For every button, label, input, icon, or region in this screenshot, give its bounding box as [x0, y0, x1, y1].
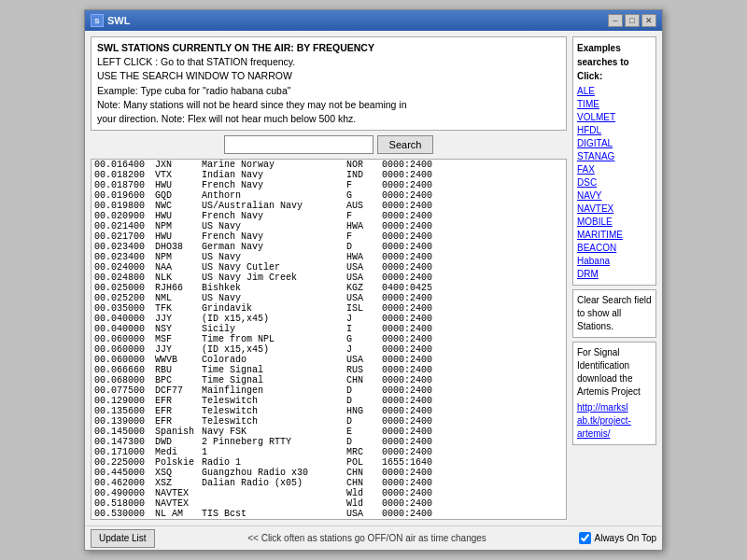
right-panel: Examples searches to Click: ALETIMEVOLME…: [572, 36, 656, 520]
station-row[interactable]: 00.018700HWUFrench NavyF0000:2400: [92, 180, 566, 190]
station-row[interactable]: 00.147300DWD2 Pinneberg RTTYD0000:2400: [92, 437, 566, 447]
example-item[interactable]: HFDL: [577, 124, 652, 137]
footer: Update List << Click often as stations g…: [85, 525, 662, 550]
examples-title: Examples searches to Click:: [577, 41, 652, 83]
example-item[interactable]: Habana: [577, 255, 652, 268]
info-box: SWL STATIONS CURRENTLY ON THE AIR: BY FR…: [91, 36, 567, 131]
example-item[interactable]: ALE: [577, 85, 652, 98]
close-button[interactable]: ✕: [641, 14, 656, 27]
info-line5: Note: Many stations will not be heard si…: [97, 98, 560, 112]
maximize-button[interactable]: □: [625, 14, 640, 27]
always-on-top-label: Always On Top: [594, 533, 656, 543]
station-row[interactable]: 00.019800NWCUS/Australian NavyAUS0000:24…: [92, 201, 566, 211]
station-row[interactable]: 00.016400JXNMarine NorwayNOR0000:2400: [92, 160, 566, 170]
station-row[interactable]: 00.040000NSYSicilyI0000:2400: [92, 324, 566, 334]
footer-message: << Click often as stations go OFF/ON air…: [155, 533, 580, 543]
station-row[interactable]: 00.025000RJH66BishkekKGZ0400:0425: [92, 283, 566, 293]
always-on-top: Always On Top: [579, 532, 656, 544]
station-row[interactable]: 00.024800NLKUS Navy Jim CreekUSA0000:240…: [92, 273, 566, 283]
station-row[interactable]: 00.023400NPMUS NavyHWA0000:2400: [92, 252, 566, 262]
minimize-button[interactable]: –: [608, 14, 623, 27]
station-row[interactable]: 00.066660RBUTime SignalRUS0000:2400: [92, 365, 566, 375]
example-item[interactable]: NAVY: [577, 189, 652, 203]
search-button[interactable]: Search: [377, 135, 434, 154]
station-list[interactable]: 00.016400JXNMarine NorwayNOR0000:240000.…: [92, 160, 566, 519]
info-line1: SWL STATIONS CURRENTLY ON THE AIR: BY FR…: [97, 41, 560, 55]
station-row[interactable]: 00.445000XSQGuangzhou Radio x30CHN0000:2…: [92, 468, 566, 478]
station-row[interactable]: 00.462000XSZDalian Radio (x05)CHN0000:24…: [92, 478, 566, 488]
station-row[interactable]: 00.518000NAVTEXWld0000:2400: [92, 498, 566, 509]
example-item[interactable]: NAVTEX: [577, 203, 652, 216]
main-window: S SWL – □ ✕ SWL STATIONS CURRENTLY ON TH…: [84, 9, 663, 551]
artemis-link[interactable]: http://marksl ab.tk/project-artemis/: [577, 402, 631, 439]
example-item[interactable]: VOLMET: [577, 111, 652, 124]
example-item[interactable]: TIME: [577, 98, 652, 111]
station-row[interactable]: 00.490000NAVTEXWld0000:2400: [92, 488, 566, 498]
station-row[interactable]: 00.139000EFRTeleswitchD0000:2400: [92, 416, 566, 427]
search-input[interactable]: [224, 135, 374, 154]
station-row[interactable]: 00.077500DCF77MainflingenD0000:2400: [92, 385, 566, 396]
station-row[interactable]: 00.060000MSFTime from NPLG0000:2400: [92, 334, 566, 344]
station-row[interactable]: 00.171000Medi1MRC0000:2400: [92, 447, 566, 457]
example-item[interactable]: DRM: [577, 268, 652, 281]
station-row[interactable]: 00.225000PolskieRadio 1POL1655:1640: [92, 457, 566, 468]
station-row[interactable]: 00.019600GQDAnthornG0000:2400: [92, 190, 566, 201]
artemis-box: For Signal Identification download the A…: [572, 342, 656, 445]
station-row[interactable]: 00.020900HWUFrench NavyF0000:2400: [92, 211, 566, 221]
station-row[interactable]: 00.021700HWUFrench NavyF0000:2400: [92, 231, 566, 242]
station-row[interactable]: 00.145000SpanishNavy FSKE0000:2400: [92, 427, 566, 437]
example-item[interactable]: MOBILE: [577, 216, 652, 229]
station-row[interactable]: 00.060000WWVBColoradoUSA0000:2400: [92, 355, 566, 365]
info-line3: USE THE SEARCH WINDOW TO NARROW: [97, 69, 560, 83]
info-line4: Example: Type cuba for "radio habana cub…: [97, 84, 560, 98]
station-row[interactable]: 00.025200NMLUS NavyUSA0000:2400: [92, 293, 566, 303]
station-row[interactable]: 00.023400DHO38German NavyD0000:2400: [92, 242, 566, 252]
station-row[interactable]: 00.060000JJY(ID x15,x45)J0000:2400: [92, 344, 566, 355]
title-buttons: – □ ✕: [608, 14, 656, 27]
station-row[interactable]: 00.018200VTXIndian NavyIND0000:2400: [92, 170, 566, 180]
title-bar-left: S SWL: [91, 14, 130, 27]
example-item[interactable]: DSC: [577, 176, 652, 189]
artemis-title: For Signal Identification download the A…: [577, 346, 652, 399]
example-item[interactable]: DIGITAL: [577, 137, 652, 150]
station-row[interactable]: 00.035000TFKGrindavikISL0000:2400: [92, 303, 566, 314]
station-row[interactable]: 00.021400NPMUS NavyHWA0000:2400: [92, 221, 566, 231]
station-row[interactable]: 00.135600EFRTeleswitchHNG0000:2400: [92, 406, 566, 416]
info-line2: LEFT CLICK : Go to that STATION frequenc…: [97, 55, 560, 69]
title-bar: S SWL – □ ✕: [85, 10, 662, 31]
app-icon: S: [91, 14, 104, 27]
station-row[interactable]: 00.024000NAAUS Navy CutlerUSA0000:2400: [92, 262, 566, 273]
window-title: SWL: [107, 15, 130, 26]
station-row[interactable]: 00.040000JJY(ID x15,x45)J0000:2400: [92, 314, 566, 324]
example-item[interactable]: STANAG: [577, 150, 652, 163]
content-area: SWL STATIONS CURRENTLY ON THE AIR: BY FR…: [85, 31, 662, 525]
station-row[interactable]: 00.129000EFRTeleswitchD0000:2400: [92, 396, 566, 406]
info-line6: your direction. Note: Flex will not hear…: [97, 112, 560, 126]
example-item[interactable]: MARITIME: [577, 229, 652, 242]
examples-list: ALETIMEVOLMETHFDLDIGITALSTANAGFAXDSCNAVY…: [577, 85, 652, 281]
example-item[interactable]: BEACON: [577, 242, 652, 255]
station-list-container: 00.016400JXNMarine NorwayNOR0000:240000.…: [91, 159, 567, 520]
clear-search-box[interactable]: Clear Search field to show all Stations.: [572, 289, 656, 338]
search-row: Search: [91, 135, 567, 154]
station-row[interactable]: 00.530000NL AMTIS BcstUSA0000:2400: [92, 509, 566, 519]
always-on-top-checkbox[interactable]: [579, 532, 591, 544]
clear-search-label: Clear Search field to show all Stations.: [577, 295, 651, 331]
update-list-button[interactable]: Update List: [91, 529, 155, 548]
example-item[interactable]: FAX: [577, 163, 652, 176]
main-panel: SWL STATIONS CURRENTLY ON THE AIR: BY FR…: [91, 36, 567, 520]
examples-box: Examples searches to Click: ALETIMEVOLME…: [572, 36, 656, 286]
station-row[interactable]: 00.068000BPCTime SignalCHN0000:2400: [92, 375, 566, 385]
